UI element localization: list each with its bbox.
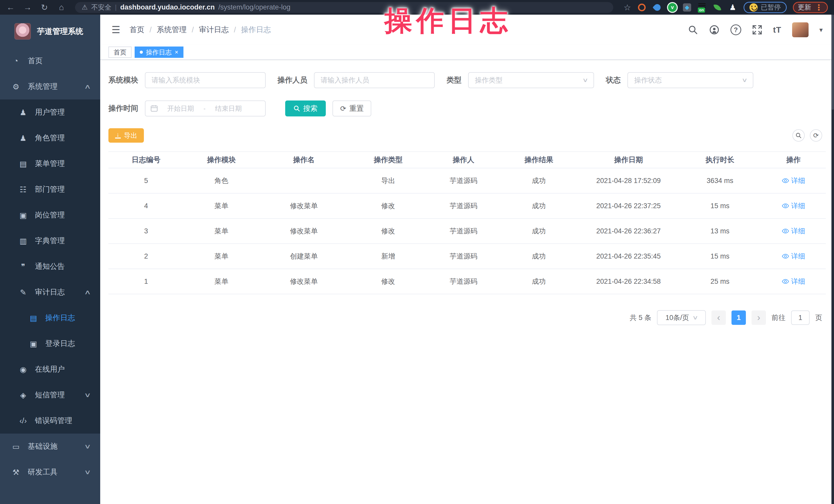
sidebar-item-label: 角色管理 (35, 133, 65, 143)
reset-button[interactable]: ⟳ 重置 (332, 101, 371, 116)
app-logo[interactable]: 芋道管理系统 (0, 15, 100, 48)
prev-page-button[interactable]: ‹ (711, 310, 726, 325)
login-log-icon: ▣ (29, 339, 38, 348)
security-label[interactable]: 不安全 (91, 3, 111, 12)
end-date-input[interactable] (209, 105, 248, 113)
tag-home[interactable]: 首页 (108, 46, 132, 58)
main-area: ☰ 首页 / 系统管理 / 审计日志 / 操作日志 (100, 15, 834, 504)
detail-link[interactable]: 详细 (782, 201, 805, 211)
page-size-select[interactable]: 10条/页 ∨ (657, 310, 706, 325)
browser-menu-icon[interactable]: ⋮ (815, 3, 823, 12)
sidebar-item-audit-log[interactable]: ✎ 审计日志 ∧ (0, 279, 100, 305)
browser-home-icon[interactable]: ⌂ (56, 3, 67, 12)
extension-gem-icon[interactable]: ◆ (683, 3, 691, 12)
sidebar-item-post-mgmt[interactable]: ▣ 岗位管理 (0, 202, 100, 228)
status-select[interactable]: 操作状态 ∨ (628, 72, 753, 88)
sidebar-item-sms-mgmt[interactable]: ◈ 短信管理 ∨ (0, 382, 100, 408)
sidebar-item-label: 基础设施 (28, 441, 58, 452)
sidebar-item-infrastructure[interactable]: ▭ 基础设施 ∨ (0, 434, 100, 459)
download-icon: ↓ (115, 132, 121, 138)
tag-operate-log[interactable]: 操作日志 × (135, 46, 183, 58)
eye-icon (782, 178, 789, 183)
extension-v-icon[interactable]: v (668, 3, 677, 12)
export-button[interactable]: ↓ 导出 (108, 128, 144, 143)
sidebar-item-label: 审计日志 (35, 287, 65, 298)
type-select[interactable]: 操作类型 ∨ (468, 72, 594, 88)
toggle-search-button[interactable] (792, 129, 805, 141)
breadcrumb-home[interactable]: 首页 (130, 25, 145, 35)
sidebar-item-online-user[interactable]: ◉ 在线用户 (0, 356, 100, 382)
extension-puzzle-icon[interactable]: ♟ (728, 3, 738, 12)
detail-link[interactable]: 详细 (782, 226, 805, 236)
paused-extension-pill[interactable]: 已暂停 (744, 2, 787, 13)
browser-back-icon[interactable]: ← (5, 3, 17, 12)
avatar[interactable] (792, 22, 809, 37)
filter-type: 类型 操作类型 ∨ (446, 72, 594, 88)
sidebar-item-home[interactable]: ◔ 首页 (0, 48, 100, 74)
sidebar-item-menu-mgmt[interactable]: ▤ 菜单管理 (0, 151, 100, 177)
sidebar-item-system-mgmt[interactable]: ⚙ 系统管理 ∧ (0, 74, 100, 100)
goto-page-input[interactable] (791, 310, 810, 325)
total-count: 共 5 条 (630, 313, 651, 322)
github-icon[interactable] (709, 24, 720, 35)
breadcrumb-audit-log[interactable]: 审计日志 (199, 25, 229, 35)
col-action: 操作 (761, 152, 826, 168)
close-icon[interactable]: × (175, 49, 178, 56)
fullscreen-icon[interactable] (752, 25, 762, 35)
detail-link[interactable]: 详细 (782, 251, 805, 261)
search-button-label: 搜索 (303, 104, 317, 113)
extension-switch-icon[interactable]: on (697, 3, 706, 12)
browser-reload-icon[interactable]: ↻ (39, 3, 50, 12)
operate-log-table: 日志编号 操作模块 操作名 操作类型 操作人 操作结果 操作日期 执行时长 操作 (108, 151, 826, 294)
sidebar-item-error-code-mgmt[interactable]: ‹/› 错误码管理 (0, 408, 100, 434)
next-page-button[interactable]: › (751, 310, 766, 325)
module-input[interactable] (145, 72, 266, 88)
detail-link[interactable]: 详细 (782, 176, 805, 185)
extension-leaf-icon[interactable] (713, 3, 722, 12)
chevron-down-icon: ∨ (84, 443, 91, 450)
sidebar-item-operate-log[interactable]: ▤ 操作日志 (0, 305, 100, 331)
breadcrumb-system-mgmt[interactable]: 系统管理 (157, 25, 186, 35)
update-button[interactable]: 更新 ⋮ (793, 2, 828, 13)
sidebar-toggle-icon[interactable]: ☰ (111, 24, 120, 36)
sidebar-item-label: 菜单管理 (35, 158, 65, 169)
eye-icon (782, 228, 789, 234)
bookmark-star-icon[interactable]: ☆ (623, 3, 631, 12)
app-header: ☰ 首页 / 系统管理 / 审计日志 / 操作日志 (100, 15, 834, 45)
list-icon: ▤ (19, 159, 28, 168)
extension-pin-icon[interactable] (653, 3, 662, 12)
breadcrumb-operate-log: 操作日志 (241, 25, 271, 35)
scrollbar-thumb[interactable] (832, 15, 834, 110)
extension-on-badge: on (698, 7, 705, 13)
eye-icon (782, 254, 789, 259)
operator-input[interactable] (314, 72, 435, 88)
caret-down-icon[interactable]: ▾ (819, 26, 823, 34)
help-icon[interactable]: ? (730, 24, 741, 35)
search-icon[interactable] (688, 25, 698, 35)
url-host[interactable]: dashboard.yudao.iocoder.cn (120, 3, 215, 11)
sidebar-item-dev-tools[interactable]: ⚒ 研发工具 ∨ (0, 459, 100, 485)
sidebar-item-role-mgmt[interactable]: ♟ 角色管理 (0, 125, 100, 151)
sidebar-item-login-log[interactable]: ▣ 登录日志 (0, 331, 100, 356)
refresh-table-button[interactable]: ⟳ (810, 129, 822, 141)
gear-icon: ⚙ (11, 82, 21, 91)
col-op-name: 操作名 (259, 152, 349, 168)
type-placeholder: 操作类型 (475, 75, 583, 85)
font-size-icon[interactable]: tT (773, 25, 781, 35)
sidebar-item-dept-mgmt[interactable]: ☷ 部门管理 (0, 177, 100, 202)
sidebar-item-user-mgmt[interactable]: ♟ 用户管理 (0, 100, 100, 125)
browser-forward-icon[interactable]: → (22, 3, 34, 12)
update-label: 更新 (798, 3, 811, 12)
start-date-input[interactable] (161, 105, 200, 113)
current-page-button[interactable]: 1 (731, 310, 746, 325)
date-range-picker[interactable]: - (145, 101, 266, 116)
operator-label: 操作人员 (278, 75, 307, 85)
eye-icon (782, 203, 789, 209)
search-button[interactable]: 搜索 (285, 101, 326, 116)
sidebar-item-notice[interactable]: ❞ 通知公告 (0, 254, 100, 279)
page-size-value: 10条/页 (665, 313, 689, 322)
detail-link[interactable]: 详细 (782, 277, 805, 286)
address-bar[interactable]: ⚠ 不安全 | dashboard.yudao.iocoder.cn/syste… (75, 2, 613, 13)
extension-compass-icon[interactable] (637, 3, 646, 12)
sidebar-item-dict-mgmt[interactable]: ▥ 字典管理 (0, 228, 100, 254)
